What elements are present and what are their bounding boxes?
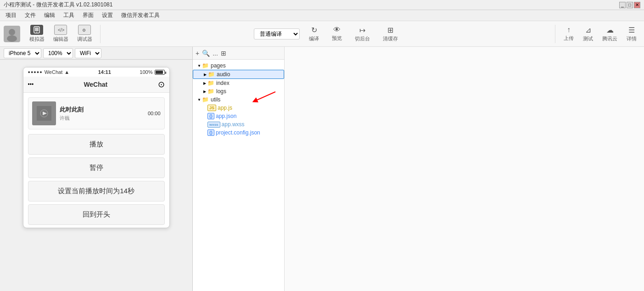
preview-button[interactable]: 👁 预览 [328,24,346,44]
tree-item-app-js-label: app.js [218,105,232,111]
tree-item-index[interactable]: ▶ 📁 index [193,79,284,87]
audio-thumbnail [32,101,56,125]
more-options-button[interactable]: ... [213,50,218,57]
network-select[interactable]: WiFi [75,48,101,58]
debugger-label: 调试器 [77,36,92,43]
compile-label: 编译 [309,35,319,42]
compile-mode-area: 普通编译 [254,28,300,39]
pause-button[interactable]: 暂停 [28,157,165,178]
detail-icon: ☰ [628,26,635,34]
tree-item-pages-label: pages [211,62,226,69]
detail-label: 详情 [627,35,637,42]
tree-item-utils[interactable]: ▼ 📁 utils [193,95,284,104]
toolbar-right: ↑ 上传 ⊿ 测试 ☁ 腾讯云 ☰ 详情 [560,24,640,44]
debugger-button[interactable]: ⚙ 调试器 [73,23,95,45]
compile-mode-select[interactable]: 普通编译 [254,28,300,39]
separator-1 [100,25,101,43]
expand-arrow-audio[interactable]: ▶ [202,72,208,77]
editor-label: 编辑器 [53,36,68,43]
battery-icon [155,70,165,75]
detail-button[interactable]: ☰ 详情 [623,24,640,44]
maximize-button[interactable]: □ [627,2,633,8]
battery-pct: 100% [140,69,152,75]
upload-button[interactable]: ↑ 上传 [560,24,577,44]
compile-icon: ↻ [311,26,317,34]
expand-arrow-logs[interactable]: ▶ [202,89,207,94]
expand-arrow-utils[interactable]: ▼ [196,97,202,102]
tree-item-pages[interactable]: ▼ 📁 pages [193,62,284,70]
collapse-button[interactable]: ⊞ [221,50,226,57]
menu-wechat-devtools[interactable]: 微信开发者工具 [118,11,163,20]
tree-item-utils-label: utils [211,96,220,103]
device-select[interactable]: iPhone 5 [4,48,41,58]
clearcache-icon: ⊞ [387,26,393,34]
search-button[interactable]: 🔍 [202,50,210,57]
svg-point-2 [7,35,17,42]
svg-text:</>: </> [58,28,64,33]
no-arrow [202,130,207,135]
expand-arrow-pages[interactable]: ▼ [196,63,202,68]
tree-item-app-json[interactable]: {} app.json [193,112,284,120]
audio-card: 此时此刻 许巍 00:00 [28,97,165,129]
clearcache-button[interactable]: ⊞ 清缓存 [379,24,402,44]
menu-tools[interactable]: 工具 [60,11,78,20]
tree-item-app-js[interactable]: JS app.js [193,104,284,112]
zoom-select[interactable]: 100% [43,48,73,58]
menu-file[interactable]: 文件 [21,11,39,20]
menu-project[interactable]: 项目 [2,11,20,20]
json-badge: {} [207,113,214,119]
tencent-cloud-label: 腾讯云 [602,35,617,42]
test-label: 测试 [583,35,593,42]
file-tree-panel: + 🔍 ... ⊞ ▼ 📁 pages ▶ 📁 audio [193,47,285,291]
tree-item-app-wxss[interactable]: wxss app.wxss [193,120,284,129]
no-arrow [202,113,207,119]
seek-button[interactable]: 设置当前播放时间为14秒 [28,181,165,201]
file-tree-toolbar: + 🔍 ... ⊞ [193,47,284,60]
cutback-button[interactable]: ↦ 切后台 [351,24,374,44]
tree-item-audio[interactable]: ▶ 📁 audio [193,70,284,79]
simulator-button[interactable]: 模拟器 [26,23,48,45]
toolbar: 模拟器 </> 编辑器 ⚙ 调试器 普通编译 ↻ 编译 [0,21,644,47]
file-tree-content: ▼ 📁 pages ▶ 📁 audio ▶ 📁 index ▶ [193,60,284,291]
upload-label: 上传 [564,35,574,42]
phone-status-right: 100% [140,69,164,75]
svg-point-5 [36,32,37,33]
wifi-icon: ▲ [64,69,69,75]
clearcache-label: 清缓存 [383,35,398,42]
test-button[interactable]: ⊿ 测试 [579,24,597,44]
json-badge-2: {} [207,129,214,136]
add-file-button[interactable]: + [196,50,199,57]
menu-edit[interactable]: 编辑 [40,11,59,20]
title-bar-title: 小程序测试 - 微信开发者工具 v1.02.1801081 [4,1,112,9]
tree-item-project-config-label: project.config.json [216,129,260,136]
no-arrow [202,105,207,111]
audio-time: 00:00 [148,111,161,116]
back-button[interactable]: 回到开头 [28,204,165,225]
tree-item-logs[interactable]: ▶ 📁 logs [193,87,284,95]
close-button[interactable]: ✕ [634,2,640,8]
test-icon: ⊿ [585,26,591,34]
expand-arrow-index[interactable]: ▶ [202,80,207,86]
carrier: WeChat [45,69,63,75]
battery-fill [156,71,163,74]
folder-icon-utils: 📁 [202,96,209,103]
tencent-cloud-button[interactable]: ☁ 腾讯云 [599,24,621,44]
menu-settings[interactable]: 设置 [98,11,117,20]
svg-point-1 [9,29,15,35]
wechat-record-icon: ⊙ [158,79,165,90]
wechat-dots-left: ••• [28,81,34,88]
play-button[interactable]: 播放 [28,134,165,155]
device-bar: iPhone 5 100% WiFi [0,47,192,60]
tree-item-project-config[interactable]: {} project.config.json [193,129,284,137]
audio-title: 此时此刻 [60,106,144,114]
simulator-label: 模拟器 [29,36,45,43]
tree-item-logs-label: logs [216,88,226,95]
menu-interface[interactable]: 界面 [79,11,97,20]
editor-button[interactable]: </> 编辑器 [50,23,72,45]
minimize-button[interactable]: _ [619,2,626,8]
cutback-label: 切后台 [355,35,370,42]
compile-button[interactable]: ↻ 编译 [305,24,323,44]
editor-panel [285,47,644,291]
wechat-title: WeChat [34,81,157,88]
title-bar-controls[interactable]: _ □ ✕ [619,2,640,8]
